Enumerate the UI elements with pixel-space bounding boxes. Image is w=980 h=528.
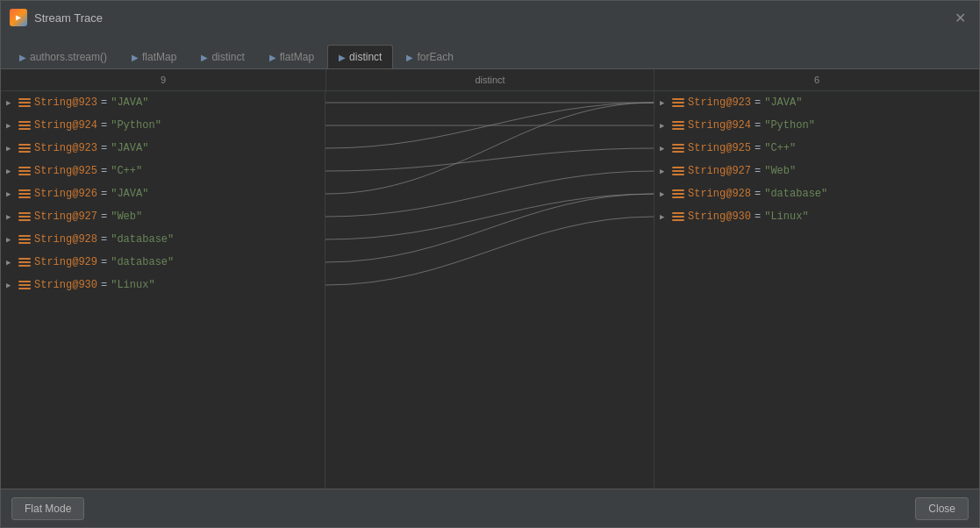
right-panel-item[interactable]: ▶ String@928 = "database" [655, 182, 979, 205]
item-equals: = [101, 188, 107, 200]
item-equals: = [101, 165, 107, 177]
tab-distinct1[interactable]: ▶ distinct [190, 45, 255, 68]
left-panel-item[interactable]: ▶ String@927 = "Web" [1, 205, 325, 228]
left-panel-item[interactable]: ▶ String@925 = "C++" [1, 160, 325, 182]
item-ref: String@923 [688, 96, 751, 109]
left-panel-item[interactable]: ▶ String@929 = "database" [1, 251, 325, 274]
panels-content: ▶ String@923 = "JAVA" ▶ String@924 = "Py… [1, 91, 979, 489]
tab-authors-stream[interactable]: ▶ authors.stream() [8, 45, 118, 68]
tab-distinct2[interactable]: ▶ distinct [327, 45, 393, 68]
app-icon: ▶ [10, 9, 27, 26]
item-ref: String@928 [688, 188, 751, 200]
item-equals: = [101, 119, 107, 132]
left-panel-item[interactable]: ▶ String@923 = "JAVA" [1, 137, 325, 160]
tab-label: distinct [349, 51, 382, 63]
item-equals: = [101, 256, 107, 268]
content-area: 9 distinct 6 ▶ String@923 = "JAVA" ▶ [1, 69, 979, 489]
footer: Flat Mode Close [1, 489, 979, 527]
right-panel-count: 6 [655, 69, 979, 90]
right-panel-item[interactable]: ▶ String@930 = "Linux" [655, 205, 979, 228]
connections-svg [325, 91, 654, 489]
expand-arrow-icon: ▶ [660, 212, 669, 222]
item-equals: = [755, 188, 761, 200]
stack-icon [18, 279, 31, 291]
expand-arrow-icon: ▶ [6, 235, 15, 245]
title-bar-left: ▶ Stream Trace [10, 9, 103, 26]
tab-foreach[interactable]: ▶ forEach [395, 45, 464, 68]
tab-arrow-icon: ▶ [406, 53, 413, 62]
item-ref: String@926 [34, 188, 97, 200]
right-panel-item[interactable]: ▶ String@924 = "Python" [655, 114, 979, 137]
stack-icon [18, 256, 31, 268]
tabs-bar: ▶ authors.stream() ▶ flatMap ▶ distinct … [1, 34, 979, 69]
item-value: "C++" [764, 142, 796, 154]
right-panel-item[interactable]: ▶ String@923 = "JAVA" [655, 91, 979, 114]
tab-label: distinct [211, 51, 244, 63]
right-panel-item[interactable]: ▶ String@925 = "C++" [655, 137, 979, 160]
stack-icon [672, 96, 684, 109]
item-value: "database" [111, 256, 174, 268]
item-equals: = [101, 142, 107, 154]
title-bar: ▶ Stream Trace ✕ [1, 1, 979, 34]
stack-icon [672, 142, 684, 154]
tab-arrow-icon: ▶ [132, 53, 139, 62]
expand-arrow-icon: ▶ [660, 189, 669, 199]
stack-icon [18, 165, 31, 177]
stack-icon [672, 188, 684, 200]
item-value: "Web" [764, 165, 796, 177]
right-panel: ▶ String@923 = "JAVA" ▶ String@924 = "Py… [655, 91, 979, 489]
item-value: "JAVA" [111, 96, 148, 109]
tab-arrow-icon: ▶ [19, 53, 26, 62]
expand-arrow-icon: ▶ [6, 144, 15, 153]
item-ref: String@924 [34, 119, 97, 132]
stack-icon [672, 165, 684, 177]
left-panel-item[interactable]: ▶ String@930 = "Linux" [1, 274, 325, 296]
item-value: "JAVA" [111, 188, 148, 200]
item-value: "database" [111, 233, 174, 246]
flat-mode-button[interactable]: Flat Mode [11, 497, 84, 520]
item-value: "JAVA" [111, 142, 148, 154]
tab-label: forEach [417, 51, 453, 63]
item-ref: String@924 [688, 119, 751, 132]
left-panel-item[interactable]: ▶ String@926 = "JAVA" [1, 182, 325, 205]
tab-flatmap1[interactable]: ▶ flatMap [120, 45, 188, 68]
item-value: "Python" [764, 119, 815, 132]
expand-arrow-icon: ▶ [660, 167, 669, 176]
close-dialog-button[interactable]: Close [915, 497, 969, 520]
item-value: "JAVA" [764, 96, 802, 109]
left-panel-item[interactable]: ▶ String@928 = "database" [1, 228, 325, 251]
left-panel-item[interactable]: ▶ String@924 = "Python" [1, 114, 325, 137]
right-panel-item[interactable]: ▶ String@927 = "Web" [655, 160, 979, 182]
left-panel-item[interactable]: ▶ String@923 = "JAVA" [1, 91, 325, 114]
item-ref: String@930 [34, 279, 97, 291]
expand-arrow-icon: ▶ [6, 281, 15, 290]
stack-icon [18, 119, 31, 132]
stack-icon [672, 119, 684, 132]
active-tab-label: distinct [325, 69, 655, 90]
expand-arrow-icon: ▶ [660, 98, 669, 108]
item-ref: String@927 [34, 210, 97, 223]
stack-icon [18, 233, 31, 246]
stack-icon [672, 210, 684, 223]
item-equals: = [755, 165, 761, 177]
item-equals: = [101, 96, 107, 109]
close-window-button[interactable]: ✕ [949, 7, 970, 28]
item-value: "Linux" [111, 279, 154, 291]
stack-icon [18, 188, 31, 200]
left-panel-count: 9 [1, 69, 325, 90]
item-equals: = [755, 142, 761, 154]
item-value: "C++" [111, 165, 142, 177]
middle-panel [325, 91, 655, 489]
item-ref: String@930 [688, 210, 751, 223]
item-value: "Linux" [764, 210, 808, 223]
tab-flatmap2[interactable]: ▶ flatMap [258, 45, 325, 68]
item-value: "Web" [111, 210, 142, 223]
item-equals: = [755, 119, 761, 132]
left-panel: ▶ String@923 = "JAVA" ▶ String@924 = "Py… [1, 91, 325, 489]
item-equals: = [755, 210, 761, 223]
expand-arrow-icon: ▶ [6, 212, 15, 222]
item-ref: String@923 [34, 142, 97, 154]
tab-arrow-icon: ▶ [269, 53, 276, 62]
expand-arrow-icon: ▶ [6, 121, 15, 131]
item-ref: String@923 [34, 96, 97, 109]
